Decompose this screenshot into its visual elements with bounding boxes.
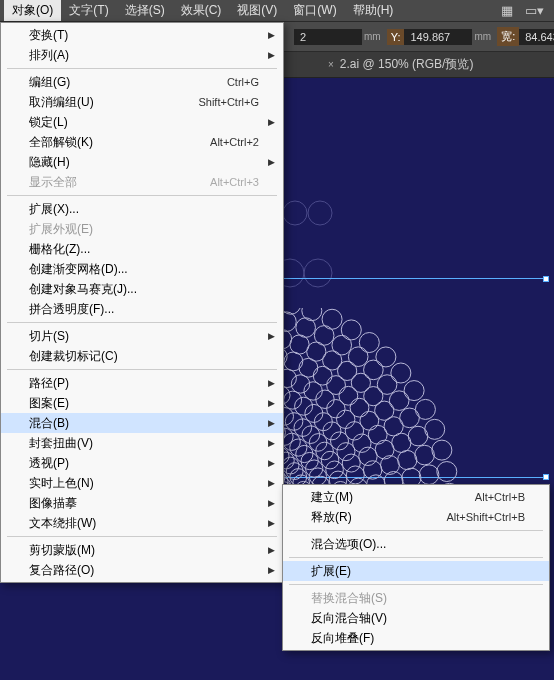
object-menu-item-23[interactable]: 封套扭曲(V)▶ <box>1 433 283 453</box>
svg-point-9 <box>404 381 424 401</box>
submenu-arrow-icon: ▶ <box>268 498 275 508</box>
submenu-arrow-icon: ▶ <box>268 565 275 575</box>
menu-label: 文本绕排(W) <box>29 515 259 532</box>
svg-point-11 <box>376 347 396 367</box>
menu-shortcut: Alt+Shift+Ctrl+B <box>446 511 525 523</box>
svg-point-27 <box>332 335 352 355</box>
svg-point-91 <box>302 426 320 444</box>
svg-point-48 <box>375 440 394 459</box>
menu-label: 排列(A) <box>29 47 259 64</box>
svg-point-26 <box>348 347 368 367</box>
blend-submenu-item-8[interactable]: 反向混合轴(V) <box>283 608 549 628</box>
submenu-arrow-icon: ▶ <box>268 50 275 60</box>
object-menu-item-17[interactable]: 切片(S)▶ <box>1 326 283 346</box>
blend-submenu-item-0[interactable]: 建立(M)Alt+Ctrl+B <box>283 487 549 507</box>
menu-text[interactable]: 文字(T) <box>61 0 116 21</box>
object-menu-item-14[interactable]: 创建对象马赛克(J)... <box>1 279 283 299</box>
svg-point-76 <box>330 432 348 450</box>
menu-label: 混合选项(O)... <box>311 536 525 553</box>
object-menu-item-15[interactable]: 拼合透明度(F)... <box>1 299 283 319</box>
blend-submenu-item-5[interactable]: 扩展(E) <box>283 561 549 581</box>
menu-label: 隐藏(H) <box>29 154 259 171</box>
menu-help[interactable]: 帮助(H) <box>345 0 402 21</box>
object-menu-item-25[interactable]: 实时上色(N)▶ <box>1 473 283 493</box>
blend-submenu-item-9[interactable]: 反向堆叠(F) <box>283 628 549 648</box>
handle-tr[interactable] <box>543 276 549 282</box>
svg-point-14 <box>322 309 342 329</box>
tab-title: 2.ai @ 150% (RGB/预览) <box>340 56 474 73</box>
x-unit: mm <box>364 31 381 42</box>
menu-label: 建立(M) <box>311 489 475 506</box>
blend-submenu: 建立(M)Alt+Ctrl+B释放(R)Alt+Shift+Ctrl+B混合选项… <box>282 484 550 651</box>
menu-label: 混合(B) <box>29 415 259 432</box>
menu-separator <box>7 195 277 196</box>
svg-point-40 <box>338 361 357 380</box>
svg-point-10 <box>391 363 411 383</box>
svg-point-87 <box>326 461 344 479</box>
object-menu-item-18[interactable]: 创建裁切标记(C) <box>1 346 283 366</box>
object-menu-item-6[interactable]: 全部解锁(K)Alt+Ctrl+2 <box>1 132 283 152</box>
object-menu-item-7[interactable]: 隐藏(H)▶ <box>1 152 283 172</box>
object-menu-item-12[interactable]: 栅格化(Z)... <box>1 239 283 259</box>
svg-point-5 <box>437 462 457 482</box>
menu-separator <box>289 557 543 558</box>
object-menu-item-27[interactable]: 文本绕排(W)▶ <box>1 513 283 533</box>
object-menu-item-0[interactable]: 变换(T)▶ <box>1 25 283 45</box>
object-menu-item-21[interactable]: 图案(E)▶ <box>1 393 283 413</box>
menu-select[interactable]: 选择(S) <box>117 0 173 21</box>
menu-label: 扩展(E) <box>311 563 525 580</box>
svg-point-80 <box>295 397 313 415</box>
menu-label: 创建渐变网格(D)... <box>29 261 259 278</box>
menu-effect[interactable]: 效果(C) <box>173 0 230 21</box>
object-menu-item-10[interactable]: 扩展(X)... <box>1 199 283 219</box>
object-menu-item-4[interactable]: 取消编组(U)Shift+Ctrl+G <box>1 92 283 112</box>
menu-label: 透视(P) <box>29 455 259 472</box>
object-menu-item-8: 显示全部Alt+Ctrl+3 <box>1 172 283 192</box>
svg-point-43 <box>290 335 309 354</box>
svg-point-81 <box>284 391 302 409</box>
menu-label: 编组(G) <box>29 74 227 91</box>
menu-label: 替换混合轴(S) <box>311 590 525 607</box>
blend-submenu-item-7: 替换混合轴(S) <box>283 588 549 608</box>
x-value[interactable]: 2 <box>294 29 362 45</box>
svg-point-19 <box>419 465 439 485</box>
svg-point-20 <box>415 445 435 465</box>
close-icon[interactable]: × <box>328 59 334 70</box>
object-menu-item-20[interactable]: 路径(P)▶ <box>1 373 283 393</box>
menu-label: 显示全部 <box>29 174 210 191</box>
svg-point-15 <box>302 308 322 321</box>
y-value[interactable]: 149.867 <box>404 29 472 45</box>
document-tab[interactable]: × 2.ai @ 150% (RGB/预览) <box>318 52 483 77</box>
menu-object[interactable]: 对象(O) <box>4 0 61 21</box>
object-menu-item-11: 扩展外观(E) <box>1 219 283 239</box>
object-menu-item-30[interactable]: 复合路径(O)▶ <box>1 560 283 580</box>
object-menu-item-24[interactable]: 透视(P)▶ <box>1 453 283 473</box>
menu-label: 变换(T) <box>29 27 259 44</box>
object-menu: 变换(T)▶排列(A)▶编组(G)Ctrl+G取消编组(U)Shift+Ctrl… <box>0 22 284 583</box>
submenu-arrow-icon: ▶ <box>268 157 275 167</box>
grid-icon[interactable]: ▦ <box>495 3 519 18</box>
menu-separator <box>7 322 277 323</box>
menu-view[interactable]: 视图(V) <box>229 0 285 21</box>
blend-submenu-item-3[interactable]: 混合选项(O)... <box>283 534 549 554</box>
menu-shortcut: Alt+Ctrl+2 <box>210 136 259 148</box>
menu-shortcut: Shift+Ctrl+G <box>198 96 259 108</box>
object-menu-item-3[interactable]: 编组(G)Ctrl+G <box>1 72 283 92</box>
object-menu-item-13[interactable]: 创建渐变网格(D)... <box>1 259 283 279</box>
layout-icon[interactable]: ▭▾ <box>519 3 550 18</box>
svg-point-73 <box>346 466 364 484</box>
object-menu-item-1[interactable]: 排列(A)▶ <box>1 45 283 65</box>
object-menu-item-29[interactable]: 剪切蒙版(M)▶ <box>1 540 283 560</box>
w-value[interactable]: 84.643 <box>519 29 554 45</box>
svg-point-52 <box>339 386 358 405</box>
svg-point-38 <box>364 387 383 406</box>
y-unit: mm <box>474 31 491 42</box>
submenu-arrow-icon: ▶ <box>268 117 275 127</box>
object-menu-item-26[interactable]: 图像描摹▶ <box>1 493 283 513</box>
svg-point-1 <box>308 201 332 225</box>
object-menu-item-22[interactable]: 混合(B)▶ <box>1 413 283 433</box>
submenu-arrow-icon: ▶ <box>268 518 275 528</box>
object-menu-item-5[interactable]: 锁定(L)▶ <box>1 112 283 132</box>
menu-window[interactable]: 窗口(W) <box>285 0 344 21</box>
blend-submenu-item-1[interactable]: 释放(R)Alt+Shift+Ctrl+B <box>283 507 549 527</box>
